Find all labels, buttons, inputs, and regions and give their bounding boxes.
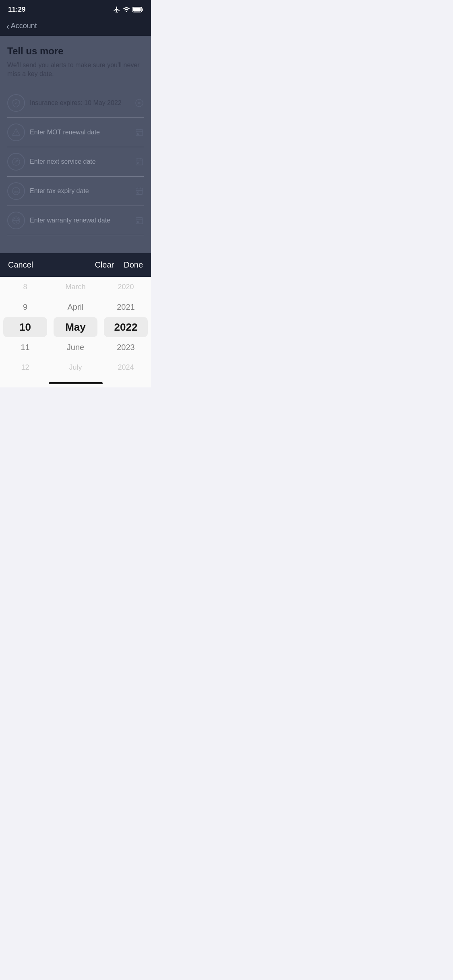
mot-row[interactable]: Enter MOT renewal date (7, 118, 144, 147)
warranty-icon (12, 216, 21, 225)
calendar-icon (135, 128, 144, 137)
calendar-icon (135, 157, 144, 166)
svg-rect-13 (137, 133, 139, 135)
insurance-clear-button[interactable] (135, 99, 144, 107)
picker-month-item[interactable]: April (50, 297, 101, 317)
svg-point-8 (16, 134, 17, 134)
insurance-row[interactable]: Insurance expires: 10 May 2022 (7, 89, 144, 118)
tax-text: Enter tax expiry date (30, 187, 130, 195)
svg-rect-35 (137, 221, 139, 223)
warranty-row[interactable]: Enter warranty renewal date (7, 206, 144, 235)
picker-month-item[interactable]: June (50, 337, 101, 357)
picker-month-selected[interactable]: May (50, 317, 101, 337)
svg-rect-31 (136, 217, 143, 224)
svg-rect-24 (136, 188, 143, 194)
insurance-icon-circle (7, 94, 25, 112)
calendar-icon (135, 216, 144, 225)
svg-rect-21 (137, 163, 139, 164)
picker-year-column[interactable]: 2020 2021 2022 2023 2024 (101, 277, 151, 377)
done-button[interactable]: Done (124, 260, 143, 270)
picker-day-item[interactable]: 12 (0, 357, 50, 377)
service-icon-circle (7, 153, 25, 171)
picker-year-item[interactable]: 2024 (101, 357, 151, 377)
service-text: Enter next service date (30, 158, 130, 165)
back-button[interactable]: ‹ Account (6, 22, 37, 30)
mot-icon (12, 128, 21, 137)
tax-calendar-button[interactable] (135, 187, 144, 196)
picker-year-item[interactable]: 2021 (101, 297, 151, 317)
section-subtitle: We'll send you alerts to make sure you'l… (7, 61, 144, 79)
cancel-button[interactable]: Cancel (8, 260, 33, 270)
svg-rect-28 (137, 192, 139, 194)
picker-year-item[interactable]: 2023 (101, 337, 151, 357)
mot-icon-circle (7, 124, 25, 141)
picker-month-column[interactable]: March April May June July (50, 277, 101, 377)
warranty-calendar-button[interactable] (135, 216, 144, 225)
svg-rect-17 (136, 159, 143, 165)
calendar-icon (135, 187, 144, 196)
picker-day-item[interactable]: 9 (0, 297, 50, 317)
svg-text:TAX: TAX (14, 190, 19, 193)
picker-day-selected[interactable]: 10 (0, 317, 50, 337)
svg-rect-9 (136, 129, 143, 136)
insurance-text: Insurance expires: 10 May 2022 (30, 99, 130, 107)
shield-icon (12, 99, 21, 107)
picker-month-item[interactable]: March (50, 277, 101, 297)
picker-day-column[interactable]: 8 9 10 11 12 (0, 277, 50, 377)
svg-point-16 (16, 160, 18, 161)
battery-icon (132, 7, 143, 12)
picker-day-item[interactable]: 8 (0, 277, 50, 297)
svg-rect-1 (142, 8, 143, 11)
date-picker[interactable]: 8 9 10 11 12 March April May June July 2… (0, 277, 151, 377)
back-chevron-icon: ‹ (6, 22, 9, 30)
mot-text: Enter MOT renewal date (30, 129, 130, 136)
clear-button[interactable]: Clear (95, 260, 114, 270)
home-indicator (0, 377, 151, 387)
tax-icon: TAX (12, 187, 21, 196)
picker-toolbar: Cancel Clear Done (0, 253, 151, 277)
mot-calendar-button[interactable] (135, 128, 144, 137)
nav-bar: ‹ Account (0, 18, 151, 36)
service-row[interactable]: Enter next service date (7, 147, 144, 177)
warranty-text: Enter warranty renewal date (30, 217, 130, 224)
svg-rect-2 (133, 8, 141, 12)
service-calendar-button[interactable] (135, 157, 144, 166)
service-icon (12, 157, 21, 166)
close-icon (135, 99, 144, 107)
picker-month-item[interactable]: July (50, 357, 101, 377)
picker-year-item[interactable]: 2020 (101, 277, 151, 297)
tax-row[interactable]: TAX Enter tax expiry date (7, 177, 144, 206)
warranty-icon-circle (7, 212, 25, 229)
picker-toolbar-right: Clear Done (95, 260, 143, 270)
status-time: 11:29 (8, 6, 25, 14)
picker-year-selected[interactable]: 2022 (101, 317, 151, 337)
airplane-icon (113, 6, 120, 13)
picker-wheel: 8 9 10 11 12 March April May June July 2… (0, 277, 151, 377)
tax-icon-circle: TAX (7, 182, 25, 200)
status-icons (113, 6, 143, 13)
picker-day-item[interactable]: 11 (0, 337, 50, 357)
wifi-icon (123, 6, 130, 13)
back-label: Account (11, 22, 37, 30)
status-bar: 11:29 (0, 0, 151, 18)
home-bar (49, 382, 103, 384)
section-title: Tell us more (7, 45, 144, 57)
main-content: Tell us more We'll send you alerts to ma… (0, 36, 151, 253)
